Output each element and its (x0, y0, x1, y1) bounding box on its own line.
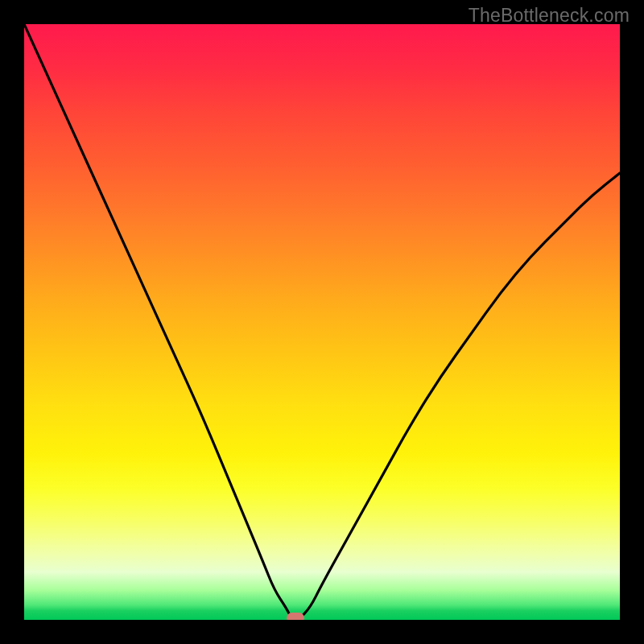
chart-container: TheBottleneck.com (0, 0, 644, 644)
bottleneck-curve-line (24, 24, 620, 620)
curve-svg (24, 24, 620, 620)
minimum-marker (287, 613, 304, 620)
plot-area (24, 24, 620, 620)
watermark-text: TheBottleneck.com (469, 5, 630, 27)
